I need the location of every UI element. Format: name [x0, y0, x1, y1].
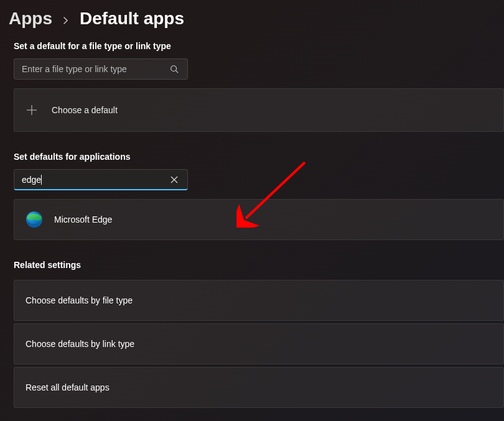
- related-item-label: Choose defaults by file type: [26, 295, 133, 305]
- section-heading-filetype: Set a default for a file type or link ty…: [0, 41, 504, 51]
- plus-icon: [26, 104, 38, 116]
- page-title: Default apps: [80, 9, 184, 29]
- edge-browser-icon: [26, 211, 43, 228]
- breadcrumb: Apps Default apps: [0, 6, 504, 41]
- choose-default-card[interactable]: Choose a default: [14, 88, 504, 132]
- section-heading-apps: Set defaults for applications: [0, 152, 504, 162]
- breadcrumb-parent[interactable]: Apps: [9, 9, 52, 29]
- chevron-right-icon: [62, 13, 70, 27]
- svg-line-1: [176, 71, 179, 73]
- clear-icon[interactable]: [169, 174, 180, 185]
- related-item-filetype[interactable]: Choose defaults by file type: [14, 280, 504, 321]
- section-heading-related: Related settings: [0, 260, 504, 270]
- apps-search-input[interactable]: edge: [22, 175, 41, 185]
- related-item-linktype[interactable]: Choose defaults by link type: [14, 323, 504, 364]
- apps-search-box[interactable]: edge: [14, 169, 188, 190]
- related-item-label: Choose defaults by link type: [26, 339, 134, 349]
- filetype-search-input[interactable]: [22, 64, 169, 74]
- search-icon: [169, 63, 180, 75]
- choose-default-label: Choose a default: [52, 105, 118, 115]
- text-caret: [41, 175, 42, 185]
- filetype-search-box[interactable]: [14, 58, 188, 80]
- app-result-microsoft-edge[interactable]: Microsoft Edge: [14, 199, 504, 240]
- related-item-label: Reset all default apps: [26, 382, 110, 392]
- svg-point-0: [171, 66, 177, 72]
- app-result-label: Microsoft Edge: [54, 215, 112, 224]
- related-item-reset[interactable]: Reset all default apps: [14, 367, 504, 408]
